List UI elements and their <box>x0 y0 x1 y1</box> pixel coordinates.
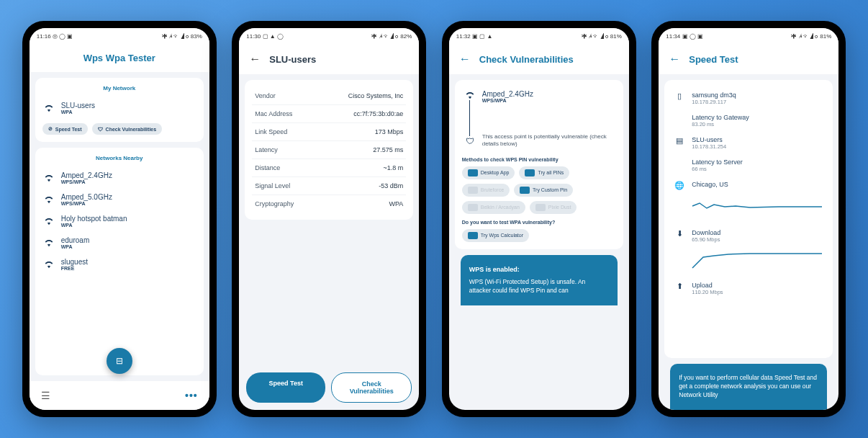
wifi-icon <box>44 195 54 205</box>
status-bar: 11:32 ▣ ▢ ▲ ✱ ⋪ ᯤ ◢ ▢ 81% <box>449 28 629 44</box>
status-bar: 11:30 ▢ ▲ ◯ ✱ ⋪ ᯤ ◢ ▢ 82% <box>239 28 419 44</box>
more-icon[interactable]: ••• <box>185 390 198 401</box>
app-title: Wps Wpa Tester <box>83 53 155 63</box>
phone-main: 11:16 ◎ ◯ ▣ ✱ ⋪ ᯤ ◢ ▢ 83% Wps Wpa Tester… <box>22 21 217 417</box>
detail-row: VendorCisco Systems, Inc <box>252 87 406 105</box>
dust-icon <box>535 204 546 211</box>
wifi-icon <box>44 103 54 113</box>
page-title: Check Vulnerabilities <box>479 54 574 65</box>
pin-icon <box>525 169 535 176</box>
speed-card: ▯samsung dm3q10.178.29.117 Latency to Ga… <box>664 80 833 358</box>
network-security: WPA <box>61 110 195 115</box>
app-bar: ← Speed Test <box>659 44 838 74</box>
detail-row: CryptographyWPA <box>252 195 406 213</box>
menu-icon[interactable]: ☰ <box>41 390 50 401</box>
status-bar: 11:34 ▣ ◯ ▣ ✱ ⋪ ᯤ ◢ ▢ 81% <box>659 28 838 44</box>
check-vuln-button[interactable]: 🛡Check Vulnerabilities <box>92 123 163 135</box>
shield-icon: 🛡 <box>98 127 103 132</box>
app-bar: ← SLU-users <box>239 44 419 74</box>
upload-icon: ⬆ <box>674 282 684 291</box>
banner-title: WPS is enabled: <box>469 265 609 274</box>
wifi-icon <box>44 259 54 269</box>
wps-banner: WPS is enabled: WPS (Wi-Fi Protected Set… <box>461 255 618 305</box>
detail-row: Signal Level-53 dBm <box>252 177 406 195</box>
scan-icon: ⊟ <box>116 356 123 366</box>
download-row: ⬇Download65.90 Mbps <box>672 225 826 247</box>
page-title: Speed Test <box>689 54 738 65</box>
wifi-icon <box>465 90 475 100</box>
detail-card: VendorCisco Systems, Inc Mac Addresscc:7… <box>245 80 413 220</box>
upload-spark <box>689 250 826 272</box>
network-name: SLU-users <box>61 102 195 110</box>
calc-icon <box>468 232 478 239</box>
network-name: Amped_2.4GHz <box>482 90 613 98</box>
method-belkin: Belkin / Arcadyan <box>462 201 525 214</box>
nearby-label: Networks Nearby <box>42 155 196 161</box>
network-item[interactable]: sluguestFREE <box>42 254 196 275</box>
method-pixie-dust: Pixie Dust <box>530 201 577 214</box>
router-icon <box>468 204 478 211</box>
device-row: ▯samsung dm3q10.178.29.117 <box>672 87 826 110</box>
speed-icon: ⊘ <box>48 126 53 132</box>
my-network-label: My Network <box>42 85 196 91</box>
router-row: ▤SLU-users10.178.31.254 <box>672 132 826 154</box>
detail-row: Link Speed173 Mbps <box>252 123 406 141</box>
download-icon: ⬇ <box>674 229 684 238</box>
server-row: Latency to Server66 ms <box>672 154 826 176</box>
speed-test-button[interactable]: ⊘Speed Test <box>42 123 88 135</box>
download-spark <box>689 197 826 219</box>
vuln-warning: This access point is potentially vulnera… <box>482 133 613 148</box>
wifi-icon <box>44 216 54 226</box>
back-icon[interactable]: ← <box>249 53 261 66</box>
back-icon[interactable]: ← <box>669 53 680 66</box>
shield-icon: 🛡 <box>466 136 474 146</box>
detail-row: Distance~1.8 m <box>252 159 406 177</box>
my-network-card: My Network SLU-users WPA ⊘Speed Test 🛡Ch… <box>35 78 204 142</box>
phone-speed: 11:34 ▣ ◯ ▣ ✱ ⋪ ᯤ ◢ ▢ 81% ← Speed Test ▯… <box>651 21 846 417</box>
nearby-card: Networks Nearby Amped_2.4GHzWPS/WPA Ampe… <box>35 148 204 375</box>
wifi-icon <box>44 238 54 248</box>
network-security: WPS/WPA <box>482 98 613 103</box>
page-title: SLU-users <box>269 54 316 65</box>
phone-detail: 11:30 ▢ ▲ ◯ ✱ ⋪ ᯤ ◢ ▢ 82% ← SLU-users Ve… <box>232 21 426 417</box>
banner-text: If you want to perform cellular data Spe… <box>679 374 818 400</box>
gateway-row: Latency to Gateway83.20 ms <box>672 110 826 132</box>
upload-row: ⬆Upload110.20 Mbps <box>672 277 826 300</box>
network-item[interactable]: Holy hotspot batmanWPA <box>42 210 196 232</box>
methods-label: Methods to check WPS PIN vulnerability <box>462 157 616 162</box>
method-custom-pin[interactable]: Try Custom Pin <box>514 184 573 197</box>
app-bar: Wps Wpa Tester <box>30 44 209 72</box>
detail-row: Latency27.575 ms <box>252 141 406 159</box>
location-row: 🌐Chicago, US <box>672 176 826 195</box>
wifi-icon <box>44 173 54 183</box>
method-bruteforce: Bruteforce <box>462 184 510 197</box>
scan-fab[interactable]: ⊟ <box>107 348 132 374</box>
app-bar: ← Check Vulnerabilities <box>449 44 629 74</box>
network-item[interactable]: Amped_2.4GHzWPS/WPA <box>42 167 196 189</box>
phone-icon: ▯ <box>674 91 684 101</box>
speed-test-button[interactable]: Speed Test <box>246 372 325 403</box>
monitor-icon <box>468 169 478 176</box>
back-icon[interactable]: ← <box>459 53 471 66</box>
wps-calculator-button[interactable]: Try Wps Calculator <box>462 229 529 242</box>
phone-vuln: 11:32 ▣ ▢ ▲ ✱ ⋪ ᯤ ◢ ▢ 81% ← Check Vulner… <box>442 21 636 417</box>
vuln-card: 🛡 Amped_2.4GHz WPS/WPA This access point… <box>455 80 623 249</box>
method-try-all-pins[interactable]: Try all PINs <box>519 166 569 179</box>
check-vuln-button[interactable]: Check Vulnerabilities <box>331 372 412 403</box>
status-bar: 11:16 ◎ ◯ ▣ ✱ ⋪ ᯤ ◢ ▢ 83% <box>30 28 209 44</box>
banner-text: WPS (Wi-Fi Protected Setup) is unsafe. A… <box>469 278 609 295</box>
router-icon: ▤ <box>674 136 684 146</box>
my-network-row[interactable]: SLU-users WPA <box>42 97 196 119</box>
method-desktop-app[interactable]: Desktop App <box>462 166 515 179</box>
globe-icon: 🌐 <box>674 181 684 190</box>
pin-icon <box>520 187 530 194</box>
bottom-bar: ☰ ••• <box>30 381 209 410</box>
wpa-question: Do you want to test WPA vulnerability? <box>462 220 616 225</box>
hammer-icon <box>468 187 478 194</box>
detail-row: Mac Addresscc:7f:75:3b:d0:ae <box>252 105 406 123</box>
speed-banner: If you want to perform cellular data Spe… <box>670 364 827 410</box>
network-item[interactable]: eduroamWPA <box>42 232 196 254</box>
network-item[interactable]: Amped_5.0GHzWPS/WPA <box>42 189 196 210</box>
